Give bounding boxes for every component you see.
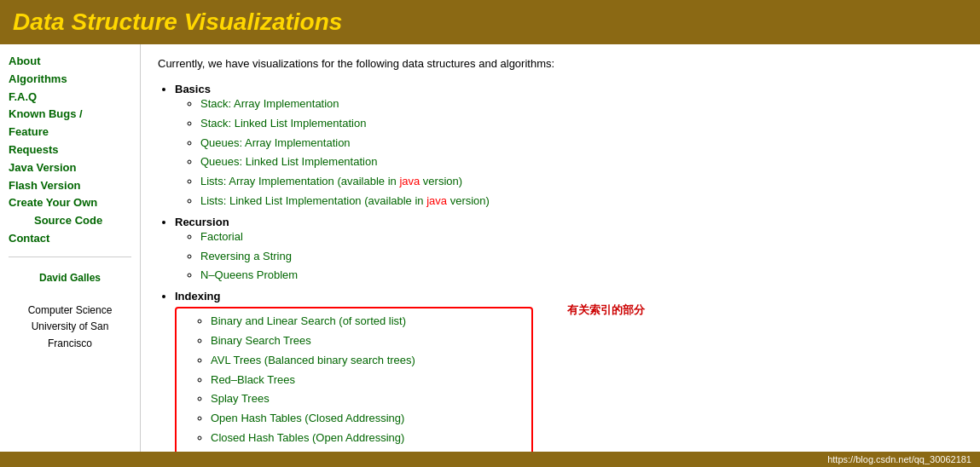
sidebar-author: David Galles Computer Science University…	[9, 266, 131, 352]
recursion-items: Factorial Reversing a String N–Queens Pr…	[175, 228, 963, 285]
indexing-box: Binary and Linear Search (of sorted list…	[175, 307, 533, 467]
list-item: Lists: Linked List Implementation (avail…	[200, 193, 963, 210]
link-queues-linked[interactable]: Queues: Linked List Implementation	[200, 155, 377, 168]
link-lists-array[interactable]: Lists: Array Implementation (available i…	[200, 175, 462, 187]
sidebar-item-create-your-own[interactable]: Create Your Own	[9, 194, 131, 212]
author-uni1: University of San	[32, 320, 109, 332]
section-indexing-title: Indexing	[175, 290, 220, 303]
main-layout: About Algorithms F.A.Q Known Bugs / Feat…	[0, 44, 980, 467]
main-content: Currently, we have visualizations for th…	[141, 44, 980, 467]
sidebar-item-flash-version[interactable]: Flash Version	[9, 177, 131, 195]
link-factorial[interactable]: Factorial	[200, 230, 243, 243]
sidebar-item-faq[interactable]: F.A.Q	[9, 89, 131, 107]
bottom-url: https://blog.csdn.net/qq_30062181	[827, 454, 971, 464]
list-item: Red–Black Trees	[211, 372, 523, 389]
section-indexing: Indexing Binary and Linear Search (of so…	[175, 290, 963, 467]
list-item: Open Hash Tables (Closed Addressing)	[211, 410, 523, 428]
sidebar-item-feature[interactable]: Feature	[9, 124, 131, 141]
java-label: java	[426, 194, 447, 207]
link-binary-linear[interactable]: Binary and Linear Search (of sorted list…	[211, 314, 406, 327]
list-item: Binary and Linear Search (of sorted list…	[211, 313, 523, 331]
sidebar-item-about[interactable]: About	[9, 53, 131, 71]
link-queues-array[interactable]: Queues: Array Implementation	[200, 136, 351, 149]
sidebar-item-java-version[interactable]: Java Version	[9, 159, 131, 177]
page-title: Data Structure Visualizations	[13, 9, 967, 36]
sections-list: Basics Stack: Array Implementation Stack…	[158, 83, 963, 467]
sidebar: About Algorithms F.A.Q Known Bugs / Feat…	[0, 44, 141, 467]
list-item: Stack: Linked List Implementation	[200, 115, 963, 133]
sidebar-divider	[9, 257, 131, 257]
sidebar-slash: Source Code	[9, 212, 131, 230]
author-uni2: Francisco	[48, 337, 92, 349]
link-red-black[interactable]: Red–Black Trees	[211, 373, 295, 386]
section-recursion-title: Recursion	[175, 216, 229, 228]
link-open-hash[interactable]: Open Hash Tables (Closed Addressing)	[211, 412, 404, 424]
sidebar-item-algorithms[interactable]: Algorithms	[9, 71, 131, 89]
section-basics-title: Basics	[175, 83, 211, 95]
list-item: Queues: Array Implementation	[200, 135, 963, 153]
author-name[interactable]: David Galles	[9, 270, 131, 286]
link-splay[interactable]: Splay Trees	[211, 392, 270, 405]
sidebar-item-source-code[interactable]: Source Code	[34, 212, 131, 230]
link-lists-linked[interactable]: Lists: Linked List Implementation (avail…	[200, 194, 490, 207]
indexing-annotation: 有关索引的部分	[567, 303, 645, 318]
list-item: Reversing a String	[200, 248, 963, 266]
author-dept: Computer Science	[28, 304, 113, 316]
list-item: Factorial	[200, 228, 963, 246]
list-item: Stack: Array Implementation	[200, 95, 963, 113]
list-item: Closed Hash Tables (Open Addressing)	[211, 430, 523, 447]
link-stack-array[interactable]: Stack: Array Implementation	[200, 97, 339, 110]
section-recursion: Recursion Factorial Reversing a String N…	[175, 216, 963, 285]
basics-items: Stack: Array Implementation Stack: Linke…	[175, 95, 963, 210]
link-nqueens[interactable]: N–Queens Problem	[200, 268, 298, 281]
list-item: Binary Search Trees	[211, 332, 523, 350]
link-reversing-string[interactable]: Reversing a String	[200, 250, 292, 262]
indexing-row: Binary and Linear Search (of sorted list…	[175, 303, 963, 467]
page-header: Data Structure Visualizations	[0, 0, 980, 44]
list-item: N–Queens Problem	[200, 267, 963, 285]
indexing-items: Binary and Linear Search (of sorted list…	[185, 313, 523, 467]
section-basics: Basics Stack: Array Implementation Stack…	[175, 83, 963, 210]
sidebar-item-contact[interactable]: Contact	[9, 230, 131, 248]
list-item: Splay Trees	[211, 390, 523, 408]
bottom-bar: https://blog.csdn.net/qq_30062181	[0, 452, 980, 467]
list-item: Queues: Linked List Implementation	[200, 153, 963, 171]
sidebar-item-requests[interactable]: Requests	[9, 141, 131, 159]
link-closed-hash[interactable]: Closed Hash Tables (Open Addressing)	[211, 431, 404, 444]
list-item: Lists: Array Implementation (available i…	[200, 173, 963, 191]
link-avl[interactable]: AVL Trees (Balanced binary search trees)	[211, 354, 415, 366]
sidebar-item-known-bugs[interactable]: Known Bugs /	[9, 106, 131, 124]
intro-text: Currently, we have visualizations for th…	[158, 57, 963, 70]
link-stack-linked[interactable]: Stack: Linked List Implementation	[200, 117, 366, 130]
list-item: AVL Trees (Balanced binary search trees)	[211, 352, 523, 370]
link-bst[interactable]: Binary Search Trees	[211, 334, 311, 347]
java-label: java	[399, 175, 420, 187]
